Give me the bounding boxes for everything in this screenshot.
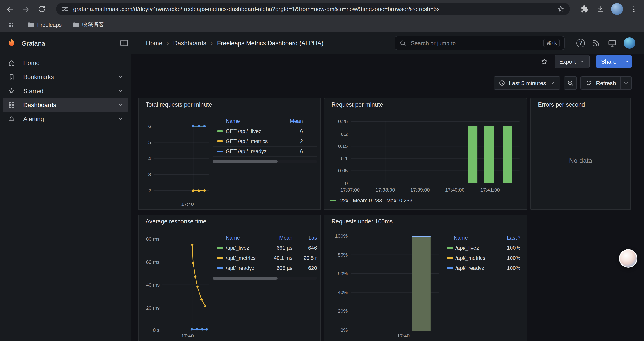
zoom-out-icon (567, 80, 574, 87)
series-name[interactable]: 2xx (340, 197, 348, 204)
downloads-button[interactable] (595, 4, 605, 14)
export-button[interactable]: Export (554, 55, 590, 68)
chevron-down-icon[interactable] (118, 116, 124, 122)
x-axis-tick: 17:40 (181, 201, 194, 207)
favorite-star-button[interactable] (540, 57, 548, 66)
apps-grid-button[interactable] (6, 20, 16, 30)
legend-col-mean[interactable]: Mean (272, 118, 303, 124)
x-axis-tick: 17:40:00 (445, 187, 465, 193)
browser-menu-button[interactable] (629, 4, 639, 14)
legend-col-name[interactable]: Name (226, 118, 272, 124)
site-settings-icon[interactable] (62, 5, 69, 13)
back-button[interactable] (5, 4, 15, 14)
legend-inline: 2xx Mean: 0.233 Max: 0.233 (330, 197, 412, 204)
display-button[interactable] (608, 38, 617, 48)
bookmark-star-icon[interactable] (557, 5, 565, 13)
series-last: 620 (292, 265, 317, 271)
time-controls: Last 5 minutes Refresh (131, 75, 644, 91)
assistant-avatar-button[interactable] (619, 249, 638, 268)
bookmark-folder-freeleaps[interactable]: Freeleaps (27, 21, 62, 29)
help-button[interactable]: ? (576, 39, 585, 47)
refresh-interval-button[interactable] (621, 76, 632, 90)
series-last: 100% (493, 265, 520, 271)
series-color-swatch (217, 151, 223, 152)
extensions-button[interactable] (580, 4, 589, 14)
panel-title[interactable]: Errors per second (538, 101, 585, 108)
bar (412, 236, 430, 331)
bookmark-folder-blogs[interactable]: 收藏博客 (72, 21, 104, 29)
series-name[interactable]: GET /api/_livez (226, 128, 261, 134)
search-icon (400, 40, 406, 47)
legend-col-name[interactable]: Name (454, 235, 493, 241)
y-axis-tick: 0 s (153, 327, 160, 333)
panel-requests-under-100ms: Requests under 100ms 100%80%60%40%20%0%1… (324, 215, 527, 341)
y-axis-tick: 40% (338, 289, 348, 295)
x-axis-tick: 17:37:00 (340, 187, 360, 193)
share-menu-button[interactable] (622, 55, 632, 68)
legend-col-name[interactable]: Name (226, 235, 264, 241)
series-name[interactable]: /api/_livez (456, 245, 479, 251)
legend-scrollbar[interactable] (212, 277, 317, 279)
y-axis-tick: 80% (338, 252, 348, 258)
sidebar-item-bookmarks[interactable]: Bookmarks (3, 70, 128, 84)
legend-col-last[interactable]: Las (292, 235, 317, 241)
scrollbar-thumb[interactable] (212, 160, 277, 163)
refresh-button[interactable]: Refresh (581, 76, 621, 90)
series-point (204, 305, 206, 307)
y-axis-tick: 80 ms (146, 236, 160, 242)
sidebar-item-home[interactable]: Home (3, 56, 128, 70)
user-avatar[interactable] (624, 37, 635, 49)
series-point (198, 189, 200, 192)
search-bar[interactable]: ⌘+k (394, 36, 565, 50)
zoom-out-button[interactable] (564, 76, 577, 90)
series-name[interactable]: /api/_metrics (456, 255, 485, 261)
y-axis-tick: 20% (338, 308, 348, 314)
rss-button[interactable] (592, 39, 600, 47)
legend-row: GET /api/_readyz 6 (212, 147, 317, 157)
series-mean: 6 (272, 128, 303, 134)
download-icon (596, 5, 604, 14)
chevron-down-icon[interactable] (118, 102, 124, 108)
breadcrumb-dashboards[interactable]: Dashboards (173, 40, 206, 47)
forward-button[interactable] (21, 4, 31, 14)
sidebar-item-label: Dashboards (23, 101, 56, 108)
series-name[interactable]: /api/_livez (226, 245, 249, 251)
series-line (192, 245, 206, 306)
url-text: grafana.mathmast.com/d/deytv4rwavabkb/fr… (73, 6, 552, 12)
y-axis-tick: 0.2 (341, 131, 348, 137)
series-name[interactable]: /api/_readyz (456, 265, 484, 271)
y-axis-tick: 4 (148, 156, 151, 161)
share-button[interactable]: Share (596, 55, 622, 68)
chevron-down-icon[interactable] (118, 74, 124, 80)
sidebar-item-alerting[interactable]: Alerting (3, 112, 128, 126)
scrollbar-thumb[interactable] (212, 277, 277, 279)
puzzle-icon (580, 5, 589, 14)
series-name[interactable]: GET /api/_readyz (226, 148, 266, 154)
y-axis-tick: 5 (148, 139, 151, 145)
chevron-down-icon[interactable] (118, 88, 124, 94)
legend-scrollbar[interactable] (212, 160, 317, 163)
series-name[interactable]: GET /api/_metrics (226, 138, 268, 144)
series-name[interactable]: /api/_metrics (226, 255, 256, 261)
panel-average-response-time: Average response time 80 ms60 ms40 ms20 … (138, 215, 321, 341)
legend-col-mean[interactable]: Mean (264, 235, 292, 241)
breadcrumb-home[interactable]: Home (146, 40, 162, 47)
browser-profile-avatar[interactable] (611, 3, 623, 15)
legend-row: GET /api/_metrics 2 (212, 137, 317, 147)
url-bar[interactable]: grafana.mathmast.com/d/deytv4rwavabkb/fr… (56, 3, 570, 15)
reload-button[interactable] (37, 4, 46, 14)
sidebar-toggle-button[interactable] (119, 38, 129, 48)
legend-col-last[interactable]: Last * (493, 235, 520, 241)
chevron-down-icon (579, 58, 585, 65)
sidebar-item-starred[interactable]: Starred (3, 84, 128, 98)
ch evron-down-icon (623, 80, 629, 86)
no-data-message: No data (531, 112, 630, 209)
grafana-home-link[interactable]: Grafana (6, 32, 45, 54)
time-range-picker[interactable]: Last 5 minutes (494, 76, 560, 90)
panel-errors-per-second: Errors per second No data (530, 98, 631, 210)
clock-icon (498, 80, 506, 87)
series-point (206, 328, 208, 330)
sidebar-item-dashboards[interactable]: Dashboards (3, 98, 128, 112)
search-input[interactable] (410, 39, 540, 47)
series-name[interactable]: /api/_readyz (226, 265, 254, 271)
